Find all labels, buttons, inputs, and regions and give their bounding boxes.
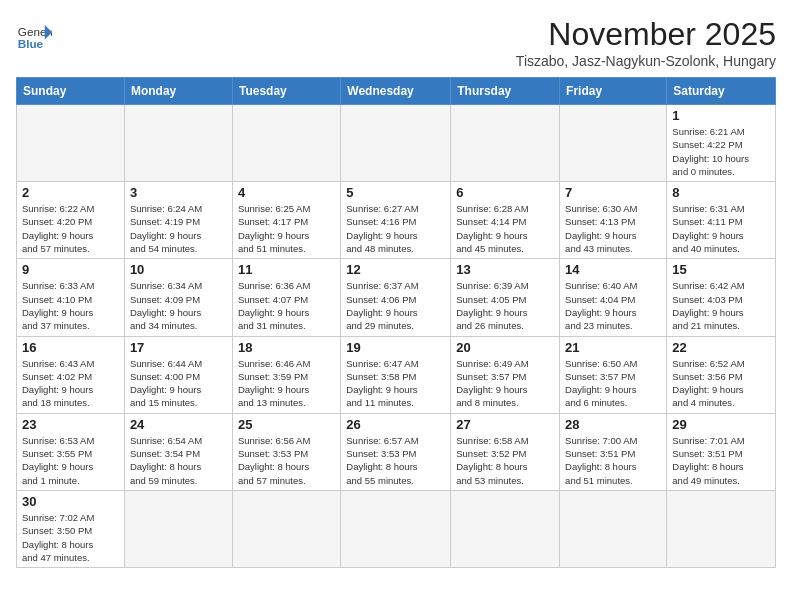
day-info: Sunrise: 6:39 AM Sunset: 4:05 PM Dayligh… bbox=[456, 279, 554, 332]
calendar-cell: 21Sunrise: 6:50 AM Sunset: 3:57 PM Dayli… bbox=[560, 336, 667, 413]
calendar-cell bbox=[341, 105, 451, 182]
calendar-cell bbox=[451, 490, 560, 567]
day-info: Sunrise: 6:28 AM Sunset: 4:14 PM Dayligh… bbox=[456, 202, 554, 255]
day-number: 20 bbox=[456, 340, 554, 355]
calendar-cell bbox=[560, 490, 667, 567]
weekday-header-sunday: Sunday bbox=[17, 78, 125, 105]
day-number: 30 bbox=[22, 494, 119, 509]
day-info: Sunrise: 6:43 AM Sunset: 4:02 PM Dayligh… bbox=[22, 357, 119, 410]
day-number: 6 bbox=[456, 185, 554, 200]
day-number: 18 bbox=[238, 340, 335, 355]
day-number: 26 bbox=[346, 417, 445, 432]
day-number: 17 bbox=[130, 340, 227, 355]
day-info: Sunrise: 7:01 AM Sunset: 3:51 PM Dayligh… bbox=[672, 434, 770, 487]
month-title: November 2025 bbox=[516, 16, 776, 53]
weekday-header-wednesday: Wednesday bbox=[341, 78, 451, 105]
calendar-cell: 8Sunrise: 6:31 AM Sunset: 4:11 PM Daylig… bbox=[667, 182, 776, 259]
day-number: 4 bbox=[238, 185, 335, 200]
weekday-header-row: SundayMondayTuesdayWednesdayThursdayFrid… bbox=[17, 78, 776, 105]
calendar-cell bbox=[17, 105, 125, 182]
location: Tiszabo, Jasz-Nagykun-Szolonk, Hungary bbox=[516, 53, 776, 69]
day-info: Sunrise: 6:53 AM Sunset: 3:55 PM Dayligh… bbox=[22, 434, 119, 487]
day-info: Sunrise: 6:54 AM Sunset: 3:54 PM Dayligh… bbox=[130, 434, 227, 487]
day-info: Sunrise: 6:30 AM Sunset: 4:13 PM Dayligh… bbox=[565, 202, 661, 255]
logo: General Blue bbox=[16, 16, 52, 52]
calendar-cell bbox=[232, 105, 340, 182]
day-number: 14 bbox=[565, 262, 661, 277]
day-number: 9 bbox=[22, 262, 119, 277]
day-info: Sunrise: 6:50 AM Sunset: 3:57 PM Dayligh… bbox=[565, 357, 661, 410]
day-info: Sunrise: 6:56 AM Sunset: 3:53 PM Dayligh… bbox=[238, 434, 335, 487]
calendar-cell bbox=[667, 490, 776, 567]
day-info: Sunrise: 6:24 AM Sunset: 4:19 PM Dayligh… bbox=[130, 202, 227, 255]
day-info: Sunrise: 6:46 AM Sunset: 3:59 PM Dayligh… bbox=[238, 357, 335, 410]
day-number: 2 bbox=[22, 185, 119, 200]
day-number: 3 bbox=[130, 185, 227, 200]
day-number: 19 bbox=[346, 340, 445, 355]
day-number: 13 bbox=[456, 262, 554, 277]
svg-text:Blue: Blue bbox=[18, 37, 44, 50]
day-number: 22 bbox=[672, 340, 770, 355]
calendar-cell: 6Sunrise: 6:28 AM Sunset: 4:14 PM Daylig… bbox=[451, 182, 560, 259]
calendar-cell: 24Sunrise: 6:54 AM Sunset: 3:54 PM Dayli… bbox=[124, 413, 232, 490]
day-number: 29 bbox=[672, 417, 770, 432]
calendar-cell: 29Sunrise: 7:01 AM Sunset: 3:51 PM Dayli… bbox=[667, 413, 776, 490]
day-number: 21 bbox=[565, 340, 661, 355]
day-info: Sunrise: 6:25 AM Sunset: 4:17 PM Dayligh… bbox=[238, 202, 335, 255]
weekday-header-friday: Friday bbox=[560, 78, 667, 105]
day-info: Sunrise: 6:42 AM Sunset: 4:03 PM Dayligh… bbox=[672, 279, 770, 332]
week-row-4: 16Sunrise: 6:43 AM Sunset: 4:02 PM Dayli… bbox=[17, 336, 776, 413]
calendar-cell: 12Sunrise: 6:37 AM Sunset: 4:06 PM Dayli… bbox=[341, 259, 451, 336]
calendar-cell bbox=[124, 105, 232, 182]
day-number: 5 bbox=[346, 185, 445, 200]
calendar: SundayMondayTuesdayWednesdayThursdayFrid… bbox=[16, 77, 776, 568]
calendar-cell: 30Sunrise: 7:02 AM Sunset: 3:50 PM Dayli… bbox=[17, 490, 125, 567]
day-number: 24 bbox=[130, 417, 227, 432]
logo-icon: General Blue bbox=[16, 16, 52, 52]
calendar-cell: 10Sunrise: 6:34 AM Sunset: 4:09 PM Dayli… bbox=[124, 259, 232, 336]
calendar-cell: 26Sunrise: 6:57 AM Sunset: 3:53 PM Dayli… bbox=[341, 413, 451, 490]
weekday-header-saturday: Saturday bbox=[667, 78, 776, 105]
week-row-5: 23Sunrise: 6:53 AM Sunset: 3:55 PM Dayli… bbox=[17, 413, 776, 490]
calendar-cell: 19Sunrise: 6:47 AM Sunset: 3:58 PM Dayli… bbox=[341, 336, 451, 413]
day-info: Sunrise: 6:47 AM Sunset: 3:58 PM Dayligh… bbox=[346, 357, 445, 410]
day-info: Sunrise: 6:44 AM Sunset: 4:00 PM Dayligh… bbox=[130, 357, 227, 410]
calendar-cell: 15Sunrise: 6:42 AM Sunset: 4:03 PM Dayli… bbox=[667, 259, 776, 336]
calendar-cell: 2Sunrise: 6:22 AM Sunset: 4:20 PM Daylig… bbox=[17, 182, 125, 259]
day-info: Sunrise: 6:34 AM Sunset: 4:09 PM Dayligh… bbox=[130, 279, 227, 332]
calendar-cell: 28Sunrise: 7:00 AM Sunset: 3:51 PM Dayli… bbox=[560, 413, 667, 490]
day-number: 28 bbox=[565, 417, 661, 432]
day-info: Sunrise: 6:33 AM Sunset: 4:10 PM Dayligh… bbox=[22, 279, 119, 332]
week-row-2: 2Sunrise: 6:22 AM Sunset: 4:20 PM Daylig… bbox=[17, 182, 776, 259]
day-info: Sunrise: 6:21 AM Sunset: 4:22 PM Dayligh… bbox=[672, 125, 770, 178]
day-info: Sunrise: 6:36 AM Sunset: 4:07 PM Dayligh… bbox=[238, 279, 335, 332]
day-info: Sunrise: 6:27 AM Sunset: 4:16 PM Dayligh… bbox=[346, 202, 445, 255]
calendar-cell: 14Sunrise: 6:40 AM Sunset: 4:04 PM Dayli… bbox=[560, 259, 667, 336]
week-row-1: 1Sunrise: 6:21 AM Sunset: 4:22 PM Daylig… bbox=[17, 105, 776, 182]
day-number: 12 bbox=[346, 262, 445, 277]
day-info: Sunrise: 6:57 AM Sunset: 3:53 PM Dayligh… bbox=[346, 434, 445, 487]
calendar-cell: 27Sunrise: 6:58 AM Sunset: 3:52 PM Dayli… bbox=[451, 413, 560, 490]
calendar-cell bbox=[451, 105, 560, 182]
day-number: 7 bbox=[565, 185, 661, 200]
weekday-header-tuesday: Tuesday bbox=[232, 78, 340, 105]
day-number: 1 bbox=[672, 108, 770, 123]
day-number: 25 bbox=[238, 417, 335, 432]
day-info: Sunrise: 6:58 AM Sunset: 3:52 PM Dayligh… bbox=[456, 434, 554, 487]
day-info: Sunrise: 7:00 AM Sunset: 3:51 PM Dayligh… bbox=[565, 434, 661, 487]
day-info: Sunrise: 7:02 AM Sunset: 3:50 PM Dayligh… bbox=[22, 511, 119, 564]
day-info: Sunrise: 6:37 AM Sunset: 4:06 PM Dayligh… bbox=[346, 279, 445, 332]
calendar-cell: 4Sunrise: 6:25 AM Sunset: 4:17 PM Daylig… bbox=[232, 182, 340, 259]
calendar-cell: 13Sunrise: 6:39 AM Sunset: 4:05 PM Dayli… bbox=[451, 259, 560, 336]
calendar-cell: 23Sunrise: 6:53 AM Sunset: 3:55 PM Dayli… bbox=[17, 413, 125, 490]
calendar-cell: 20Sunrise: 6:49 AM Sunset: 3:57 PM Dayli… bbox=[451, 336, 560, 413]
day-number: 8 bbox=[672, 185, 770, 200]
calendar-cell: 5Sunrise: 6:27 AM Sunset: 4:16 PM Daylig… bbox=[341, 182, 451, 259]
calendar-cell: 1Sunrise: 6:21 AM Sunset: 4:22 PM Daylig… bbox=[667, 105, 776, 182]
calendar-cell: 9Sunrise: 6:33 AM Sunset: 4:10 PM Daylig… bbox=[17, 259, 125, 336]
day-info: Sunrise: 6:49 AM Sunset: 3:57 PM Dayligh… bbox=[456, 357, 554, 410]
calendar-cell bbox=[341, 490, 451, 567]
calendar-cell: 7Sunrise: 6:30 AM Sunset: 4:13 PM Daylig… bbox=[560, 182, 667, 259]
day-number: 27 bbox=[456, 417, 554, 432]
calendar-cell: 16Sunrise: 6:43 AM Sunset: 4:02 PM Dayli… bbox=[17, 336, 125, 413]
